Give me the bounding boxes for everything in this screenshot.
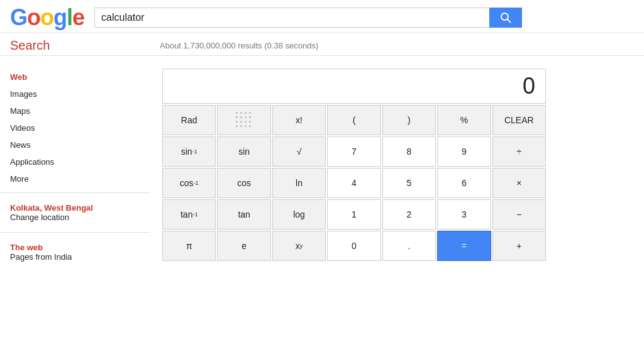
calc-btn-six[interactable]: 6 [437,168,491,198]
sidebar-web: The web Pages from India [0,238,150,267]
calc-btn-nine[interactable]: 9 [437,136,491,167]
svg-line-1 [508,19,511,23]
sidebar-item-videos[interactable]: Videos [10,119,150,136]
calc-btn-decimal[interactable]: . [382,231,436,261]
search-input[interactable] [94,8,489,28]
calc-btn-factorial[interactable]: x! [272,105,326,135]
calc-btn-seven[interactable]: 7 [327,136,380,167]
calc-btn-multiply[interactable]: × [492,168,546,198]
calc-btn-percent[interactable]: % [437,105,491,135]
main-layout: WebImagesMapsVideosNewsApplicationsMore … [0,56,644,273]
calc-btn-five[interactable]: 5 [382,168,436,198]
calc-btn-subtract[interactable]: − [492,199,546,230]
calculator-display: 0 [162,69,546,104]
calc-btn-eight[interactable]: 8 [382,136,436,167]
sidebar-item-more[interactable]: More [10,170,150,187]
sidebar-item-news[interactable]: News [10,136,150,153]
sidebar-divider-2 [0,232,150,233]
calc-btn-euler[interactable]: e [217,231,270,261]
calc-btn-four[interactable]: 4 [327,168,380,198]
calc-btn-ln[interactable]: ln [272,168,326,198]
calc-btn-close-paren[interactable]: ) [382,105,436,135]
calc-btn-grid[interactable] [217,105,270,135]
calc-btn-rad[interactable]: Rad [162,105,216,135]
sidebar-location-change[interactable]: Change location [10,213,140,222]
calc-btn-add[interactable]: + [492,231,546,261]
calc-btn-arctan[interactable]: tan-1 [162,199,216,230]
calc-btn-clear[interactable]: CLEAR [492,105,546,135]
calc-btn-sin[interactable]: sin [217,136,270,167]
sidebar: WebImagesMapsVideosNewsApplicationsMore … [0,62,150,273]
sidebar-location: Kolkata, West Bengal Change location [0,198,150,227]
sidebar-item-web[interactable]: Web [10,69,150,86]
sidebar-item-applications[interactable]: Applications [10,153,150,170]
sidebar-item-images[interactable]: Images [10,86,150,102]
calc-btn-zero[interactable]: 0 [327,231,380,261]
calc-btn-cos[interactable]: cos [217,168,270,198]
header: Google [0,0,644,33]
calc-btn-divide[interactable]: ÷ [492,136,546,167]
calc-btn-pi[interactable]: π [162,231,216,261]
calc-btn-arccos[interactable]: cos-1 [162,168,216,198]
calc-btn-one[interactable]: 1 [327,199,380,230]
calc-btn-three[interactable]: 3 [437,199,491,230]
sidebar-item-maps[interactable]: Maps [10,102,150,119]
calc-btn-tan[interactable]: tan [217,199,270,230]
calc-btn-equals[interactable]: = [437,231,491,261]
display-value: 0 [523,73,535,99]
calc-btn-sqrt[interactable]: √ [272,136,326,167]
content-area: 0 Radx!()%CLEARsin-1sin√789÷cos-1cosln45… [150,62,644,273]
sidebar-web-title[interactable]: The web [10,243,140,252]
sidebar-web-sub: Pages from India [10,252,140,262]
search-box [94,8,522,28]
sidebar-divider [0,192,150,193]
calc-btn-power[interactable]: xy [272,231,326,261]
search-button[interactable] [489,8,522,28]
sidebar-location-name[interactable]: Kolkata, West Bengal [10,203,140,213]
subheader: Search About 1,730,000,000 results (0.38… [0,33,644,56]
results-count: About 1,730,000,000 results (0.38 second… [160,41,318,50]
calc-btn-arcsin[interactable]: sin-1 [162,136,216,167]
calculator: 0 Radx!()%CLEARsin-1sin√789÷cos-1cosln45… [162,69,546,261]
search-filter-label: Search [10,38,160,53]
calc-btn-log[interactable]: log [272,199,326,230]
sidebar-nav: WebImagesMapsVideosNewsApplicationsMore [0,69,150,187]
google-logo[interactable]: Google [10,6,84,29]
calc-btn-two[interactable]: 2 [382,199,436,230]
calc-btn-open-paren[interactable]: ( [327,105,380,135]
calculator-buttons: Radx!()%CLEARsin-1sin√789÷cos-1cosln456×… [162,105,546,261]
